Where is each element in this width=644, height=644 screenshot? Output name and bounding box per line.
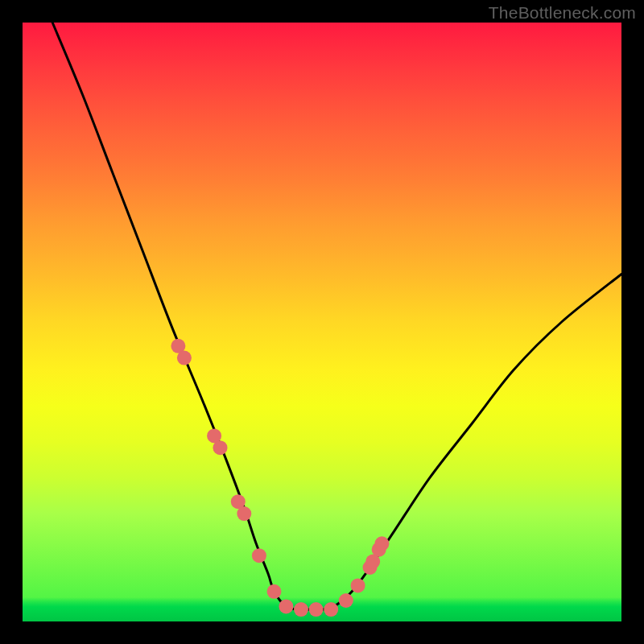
highlight-marker (294, 602, 308, 617)
chart-frame: TheBottleneck.com (0, 0, 644, 644)
highlight-marker (237, 506, 251, 521)
chart-overlay (23, 23, 621, 621)
highlight-marker (309, 602, 324, 617)
highlight-marker (339, 593, 353, 608)
highlight-marker (213, 440, 228, 455)
plot-area (23, 23, 621, 621)
highlight-marker (252, 548, 266, 563)
highlight-marker (374, 536, 389, 551)
highlight-marker (279, 599, 293, 613)
highlight-marker (177, 351, 192, 365)
highlight-marker (267, 584, 282, 599)
highlight-markers (171, 339, 389, 617)
bottleneck-curve (52, 23, 621, 609)
highlight-marker (351, 578, 365, 592)
highlight-marker (324, 602, 338, 617)
watermark-text: TheBottleneck.com (489, 3, 636, 23)
